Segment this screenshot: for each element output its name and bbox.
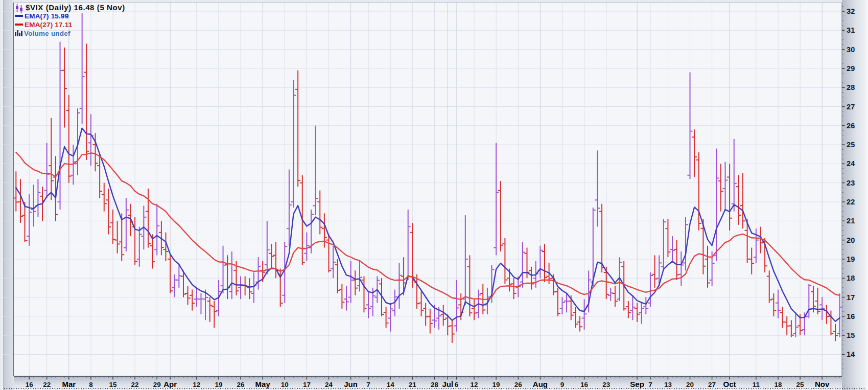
y-axis-label: 24	[847, 159, 855, 168]
y-axis-label: 17	[847, 293, 855, 302]
y-axis-label: 20	[847, 236, 855, 244]
x-axis-label: 14	[387, 381, 395, 388]
x-axis-label: Jun	[344, 380, 358, 388]
x-axis-label: 25	[796, 381, 805, 388]
x-axis-label: Jul	[442, 380, 453, 388]
x-axis-label: 19	[215, 381, 222, 388]
chart-title: $VIX (Daily) 16.48 (5 Nov)	[26, 3, 125, 12]
y-axis-label: 21	[847, 217, 855, 225]
x-axis-label: 12	[470, 381, 478, 388]
x-axis-label: 15	[109, 381, 117, 388]
x-axis-label: 27	[708, 381, 716, 388]
x-axis-label: 26	[514, 381, 523, 388]
x-axis-label: 6	[455, 381, 459, 388]
x-axis-label: 11	[753, 381, 760, 388]
x-axis-label: 26	[237, 381, 245, 388]
x-axis-label: 16	[26, 381, 34, 388]
y-axis-label: 22	[847, 198, 855, 206]
x-axis-label: 8	[89, 381, 93, 388]
x-axis-label: 9	[560, 381, 565, 388]
x-axis-label: 21	[409, 381, 417, 388]
x-axis-label: Apr	[163, 380, 177, 388]
x-axis-label: Oct	[723, 380, 736, 388]
x-axis-label: 18	[774, 381, 782, 388]
x-axis-label: 29	[153, 381, 161, 388]
x-axis-label: Sep	[630, 380, 644, 388]
x-axis-label: 23	[602, 381, 611, 388]
y-axis-label: 29	[847, 64, 855, 73]
x-axis-label: 7	[648, 381, 652, 388]
x-axis-label: May	[255, 380, 271, 388]
y-axis-label: 32	[847, 7, 855, 15]
y-axis-label: 19	[847, 255, 855, 263]
plot-background[interactable]	[14, 3, 842, 376]
x-axis-label: 28	[431, 381, 439, 388]
x-axis-label: Mar	[62, 380, 76, 388]
x-axis-label: 19	[492, 381, 500, 388]
x-axis-label: 22	[131, 381, 139, 388]
y-axis-label: 31	[847, 26, 855, 34]
x-axis-label: 13	[664, 381, 672, 388]
x-axis-label: Nov	[815, 380, 830, 388]
x-axis-label: 12	[193, 381, 200, 388]
y-axis-label: 27	[847, 103, 855, 111]
y-axis-label: 14	[847, 350, 855, 358]
y-axis-label: 28	[847, 83, 855, 91]
x-axis-label: 24	[325, 381, 333, 388]
x-axis-label: 7	[366, 381, 370, 388]
y-axis-label: 18	[847, 274, 855, 282]
chart-window: $VIX (Daily) 16.48 (5 Nov) EMA(7) 15.99 …	[0, 0, 868, 390]
y-axis-label: 16	[847, 312, 855, 320]
y-axis-label: 25	[847, 141, 855, 149]
x-axis-label: Aug	[533, 380, 548, 388]
x-axis-label: 20	[686, 381, 694, 388]
x-axis-label: 16	[580, 381, 589, 388]
x-axis-label: 17	[303, 381, 311, 388]
y-axis-label: 30	[847, 45, 855, 54]
ema7-legend: EMA(7) 15.99	[25, 12, 68, 20]
price-chart-svg: $VIX (Daily) 16.48 (5 Nov) EMA(7) 15.99 …	[0, 0, 868, 390]
y-axis-label: 23	[847, 179, 855, 187]
x-axis-label: 22	[43, 381, 51, 388]
ema27-legend: EMA(27) 17.11	[25, 21, 73, 29]
y-axis-label: 15	[847, 331, 855, 339]
volume-legend: Volume undef	[24, 30, 71, 37]
x-axis-label: 10	[281, 381, 289, 388]
y-axis-label: 26	[847, 122, 855, 130]
